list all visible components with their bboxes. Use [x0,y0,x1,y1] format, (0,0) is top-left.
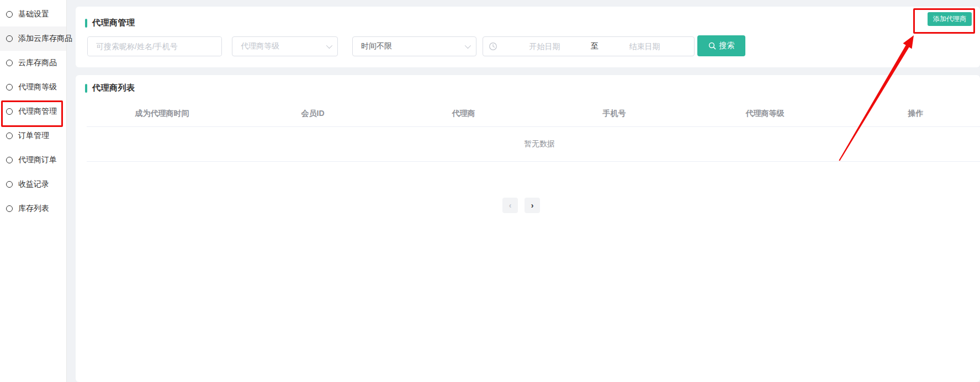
circle-icon [6,157,13,163]
keyword-search-field[interactable] [87,36,222,56]
circle-icon [6,35,13,42]
circle-icon [6,205,13,212]
circle-icon [6,132,13,139]
search-button-label: 搜索 [719,41,735,51]
table-column-header: 成为代理商时间 [87,109,237,119]
table-empty-row: 暂无数据 [87,127,980,162]
time-range-select-value: 时间不限 [361,41,392,51]
table-column-header: 手机号 [539,109,690,119]
table-column-header: 操作 [840,109,980,119]
list-title: 代理商列表 [92,83,135,93]
sidebar-item-3[interactable]: 代理商等级 [0,75,66,99]
circle-icon [6,108,13,115]
date-range-separator: 至 [589,41,601,51]
sidebar-item-8[interactable]: 库存列表 [0,197,66,221]
circle-icon [6,84,13,91]
sidebar-item-label: 添加云库存商品 [18,34,72,44]
clock-icon [489,42,497,51]
add-agent-button[interactable]: 添加代理商 [928,12,972,26]
chevron-down-icon [326,43,332,49]
date-range-picker[interactable]: 至 [483,36,695,56]
pagination: ‹ › [502,198,540,213]
sidebar-item-6[interactable]: 代理商订单 [0,148,66,172]
sidebar-item-label: 代理商等级 [18,82,57,92]
sidebar-item-label: 库存列表 [18,204,49,214]
main-content: 代理商管理 代理商等级 时间不限 至 [76,0,980,382]
table-column-header: 代理商等级 [690,109,840,119]
start-date-field[interactable] [501,42,589,51]
sidebar-item-label: 基础设置 [18,9,49,19]
chevron-down-icon [465,43,471,49]
table-column-header: 会员ID [237,109,388,119]
sidebar-item-label: 代理商管理 [18,107,57,116]
sidebar-item-2[interactable]: 云库存商品 [0,51,66,75]
sidebar-item-label: 代理商订单 [18,155,57,165]
table-header-row: 成为代理商时间会员ID代理商手机号代理商等级操作 [87,100,980,127]
agent-management-card: 代理商管理 代理商等级 时间不限 至 [76,7,980,67]
start-date-input[interactable] [501,42,589,51]
sidebar: 基础设置添加云库存商品云库存商品代理商等级代理商管理订单管理代理商订单收益记录库… [0,0,67,382]
page-title: 代理商管理 [92,18,135,28]
agent-level-select[interactable]: 代理商等级 [232,36,338,56]
table-column-header: 代理商 [388,109,539,119]
agent-table: 成为代理商时间会员ID代理商手机号代理商等级操作 暂无数据 ‹ › [87,100,980,162]
sidebar-item-label: 收益记录 [18,179,49,189]
card-title-row: 代理商管理 [85,18,135,28]
empty-data-text: 暂无数据 [524,139,555,149]
time-range-select[interactable]: 时间不限 [352,36,476,56]
card-title-row: 代理商列表 [85,83,135,93]
title-accent-bar [85,84,87,93]
end-date-field[interactable] [601,42,688,51]
sidebar-item-label: 订单管理 [18,131,49,141]
title-accent-bar [85,19,87,28]
circle-icon [6,181,13,188]
sidebar-item-5[interactable]: 订单管理 [0,124,66,148]
circle-icon [6,60,13,66]
sidebar-item-4[interactable]: 代理商管理 [0,99,66,124]
agent-list-card: 代理商列表 成为代理商时间会员ID代理商手机号代理商等级操作 暂无数据 ‹ › [76,75,980,382]
pagination-prev-button[interactable]: ‹ [502,198,518,213]
search-button[interactable]: 搜索 [697,35,745,56]
search-input[interactable] [88,37,221,56]
sidebar-item-0[interactable]: 基础设置 [0,2,66,26]
end-date-input[interactable] [601,42,688,51]
agent-level-select-value: 代理商等级 [241,41,279,51]
circle-icon [6,11,13,18]
pagination-next-button[interactable]: › [525,198,540,213]
sidebar-item-label: 云库存商品 [18,58,57,68]
sidebar-item-7[interactable]: 收益记录 [0,172,66,197]
sidebar-item-1[interactable]: 添加云库存商品 [0,26,66,51]
search-icon [708,42,716,50]
